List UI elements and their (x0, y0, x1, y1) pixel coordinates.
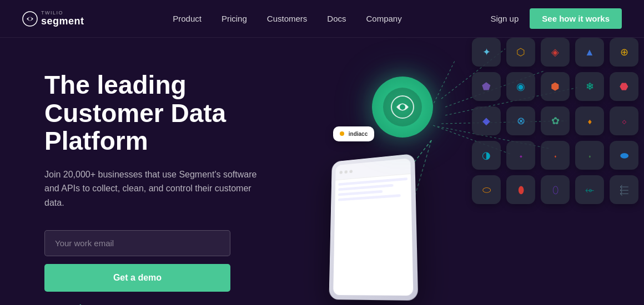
indiacc-label: indiacc (349, 131, 368, 137)
integration-card-22: ⬯ (541, 175, 570, 204)
integration-card-2: ◈ (541, 38, 570, 67)
segment-hub-inner (383, 88, 422, 126)
hero-title: The leading Customer Data Platform (44, 71, 300, 155)
phone-screen-content (335, 174, 411, 207)
nav-company[interactable]: Company (366, 14, 402, 23)
segment-hub (372, 77, 433, 138)
indiacc-dot (340, 131, 344, 136)
phone-content-line (338, 177, 407, 186)
integration-card-11: ⊗ (506, 106, 535, 135)
integration-card-17: ⬪ (541, 141, 570, 170)
integration-card-19: ⬬ (610, 141, 638, 170)
integration-card-9: ⬣ (610, 72, 638, 101)
integration-card-20: ⬭ (472, 175, 501, 204)
integration-card-18: ⬫ (575, 141, 604, 170)
integration-card-0: ✦ (472, 38, 501, 67)
integration-card-7: ⬢ (541, 72, 570, 101)
phone-mockup (329, 154, 418, 301)
nav-pricing[interactable]: Pricing (222, 14, 247, 23)
svg-point-1 (28, 17, 32, 21)
integration-card-1: ⬡ (506, 38, 535, 67)
integration-card-21: ⬮ (506, 175, 535, 204)
phone-dot-2 (344, 170, 347, 174)
hero-section: The leading Customer Data Platform Join … (0, 38, 644, 305)
integration-card-14: ⬦ (610, 106, 638, 135)
create-account-label: Create a free account (44, 303, 124, 305)
svg-line-2 (432, 60, 455, 107)
integration-card-8: ❄ (575, 72, 604, 101)
indiacc-card: indiacc (333, 126, 374, 141)
phone-content-line (338, 190, 383, 196)
chevron-right-icon: › (127, 303, 130, 305)
svg-point-12 (400, 104, 405, 110)
nav-customers[interactable]: Customers (267, 14, 308, 23)
signup-button[interactable]: Sign up (490, 14, 519, 23)
integration-card-16: ⬩ (506, 141, 535, 170)
segment-logo-hub (389, 93, 416, 121)
phone-screen (333, 158, 413, 296)
hero-content: The leading Customer Data Platform Join … (44, 65, 300, 305)
integration-card-24: ⬱ (610, 175, 638, 204)
logo[interactable]: twilio segment (22, 11, 84, 27)
integration-card-13: ⬧ (575, 106, 604, 135)
phone-dot-1 (340, 170, 343, 174)
phone-dot-3 (349, 170, 352, 173)
integration-card-12: ✿ (541, 106, 570, 135)
email-input[interactable] (44, 230, 230, 256)
integration-card-6: ◉ (506, 72, 535, 101)
brand-company: twilio (41, 11, 84, 16)
navbar: twilio segment Product Pricing Customers… (0, 0, 644, 38)
nav-product[interactable]: Product (173, 14, 202, 23)
logo-icon (22, 11, 38, 27)
integration-card-5: ⬟ (472, 72, 501, 101)
integration-card-10: ◆ (472, 106, 501, 135)
hero-subtitle: Join 20,000+ businesses that use Segment… (44, 167, 261, 210)
integration-card-3: ▲ (575, 38, 604, 67)
create-free-account-link[interactable]: Create a free account › (44, 303, 300, 305)
integration-card-4: ⊕ (610, 38, 638, 67)
get-demo-button[interactable]: Get a demo (44, 264, 230, 292)
hero-illustration: ✦⬡◈▲⊕⬟◉⬢❄⬣◆⊗✿⬧⬦◑⬩⬪⬫⬬⬭⬮⬯⬰⬱ (300, 38, 644, 305)
integration-card-23: ⬰ (575, 175, 604, 204)
integration-card-15: ◑ (472, 141, 501, 170)
see-how-it-works-button[interactable]: See how it works (530, 8, 622, 29)
nav-actions: Sign up See how it works (490, 8, 622, 29)
nav-links: Product Pricing Customers Docs Company (173, 14, 401, 24)
brand-product: segment (41, 16, 84, 27)
integrations-grid: ✦⬡◈▲⊕⬟◉⬢❄⬣◆⊗✿⬧⬦◑⬩⬪⬫⬬⬭⬮⬯⬰⬱ (472, 38, 638, 204)
nav-docs[interactable]: Docs (327, 14, 346, 23)
